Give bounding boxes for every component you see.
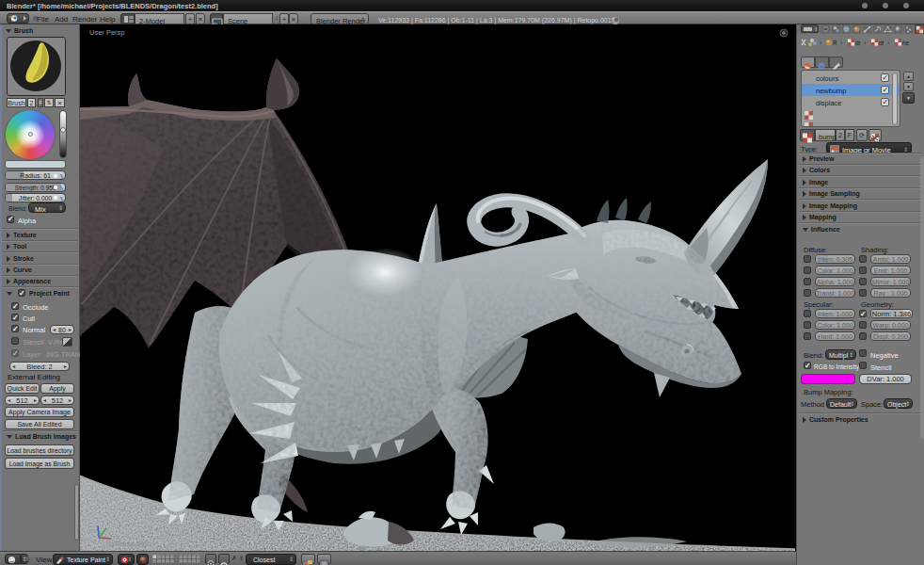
svg-text:›: › — [887, 40, 890, 46]
svg-text:dr: dr — [879, 40, 885, 46]
svg-text:ne: ne — [902, 40, 910, 46]
svg-text:User Persp: User Persp — [89, 28, 125, 37]
svg-text:(1) Retopo.001: (1) Retopo.001 — [106, 541, 148, 548]
svg-text:›: › — [864, 40, 867, 46]
svg-text:›: › — [840, 40, 843, 46]
svg-text:›: › — [820, 40, 822, 46]
svg-text:dr: dr — [855, 40, 862, 46]
svg-text:R: R — [833, 40, 837, 46]
